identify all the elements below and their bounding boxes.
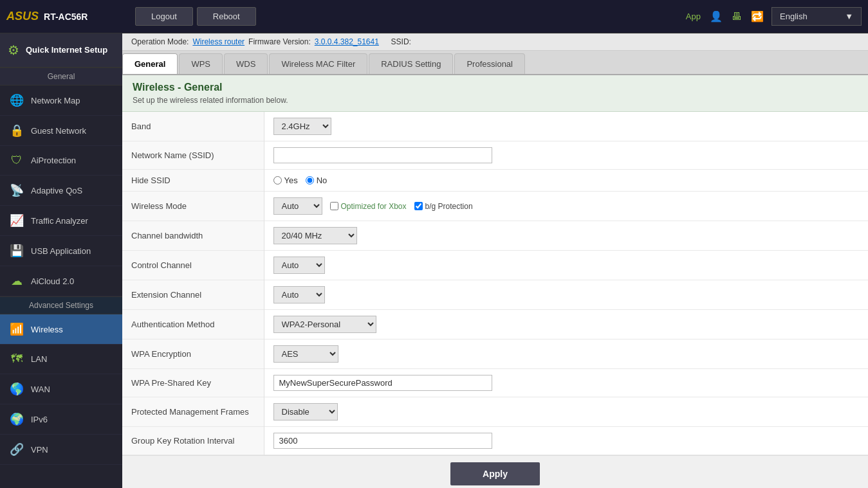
hide-ssid-no-label[interactable]: No: [306, 176, 328, 185]
ssid-label: SSID:: [391, 37, 411, 46]
table-row-control-channel: Control Channel Auto 1234 5678 91011: [122, 251, 868, 280]
ipv6-icon: 🌍: [9, 412, 24, 426]
app-label: App: [686, 12, 701, 21]
tab-professional[interactable]: Professional: [454, 53, 525, 74]
form-title: Wireless - General: [133, 82, 858, 93]
model-label: RT-AC56R: [44, 12, 88, 22]
settings-table: Band 2.4GHz 5GHz Network Name (SSID): [122, 112, 868, 455]
pmf-label: Protected Management Frames: [122, 397, 264, 427]
adaptive-qos-icon: 📡: [9, 183, 24, 197]
ai-protection-icon: 🛡: [9, 154, 24, 167]
extension-channel-select[interactable]: Auto Above Below: [273, 286, 325, 303]
tabs-bar: General WPS WDS Wireless MAC Filter RADI…: [122, 51, 868, 75]
sidebar-item-lan[interactable]: 🗺 LAN: [0, 345, 122, 374]
apply-bar: Apply: [122, 455, 868, 488]
aicloud-icon: ☁: [9, 274, 24, 288]
guest-network-icon: 🔒: [9, 123, 24, 138]
sidebar-item-aicloud[interactable]: ☁ AiCloud 2.0: [0, 266, 122, 296]
quick-internet-setup-item[interactable]: ⚙ Quick Internet Setup: [0, 33, 122, 68]
sidebar-item-usb-application-label: USB Application: [31, 246, 91, 256]
sidebar-item-aicloud-label: AiCloud 2.0: [31, 276, 74, 286]
control-channel-label: Control Channel: [122, 251, 264, 280]
network-map-icon: 🌐: [9, 93, 24, 107]
sidebar-item-wan[interactable]: 🌎 WAN: [0, 374, 122, 404]
lan-icon: 🗺: [9, 352, 24, 366]
language-selector[interactable]: English ▼: [771, 7, 862, 26]
sidebar-item-wan-label: WAN: [31, 384, 50, 394]
table-row-hide-ssid: Hide SSID Yes No: [122, 170, 868, 192]
sidebar-item-guest-network[interactable]: 🔒 Guest Network: [0, 116, 122, 146]
table-row-wireless-mode: Wireless Mode Auto N only B/G/N B only G…: [122, 192, 868, 221]
firmware-value[interactable]: 3.0.0.4.382_51641: [315, 37, 379, 46]
hide-ssid-yes-label[interactable]: Yes: [273, 176, 298, 185]
wireless-mode-select[interactable]: Auto N only B/G/N B only G only: [273, 197, 322, 215]
general-section-header: General: [0, 68, 122, 86]
wan-icon: 🌎: [9, 382, 24, 396]
operation-mode-label: Operation Mode:: [131, 37, 189, 46]
sidebar-item-traffic-analyzer-label: Traffic Analyzer: [31, 216, 88, 226]
tab-wps[interactable]: WPS: [179, 53, 223, 74]
ssid-field-label: Network Name (SSID): [122, 141, 264, 170]
table-row-channel-bw: Channel bandwidth 20 MHz 20/40 MHz 40 MH…: [122, 221, 868, 251]
form-content: Wireless - General Set up the wireless r…: [122, 75, 868, 488]
sidebar-item-wireless[interactable]: 📶 Wireless: [0, 314, 122, 345]
table-row-wpa-key: WPA Pre-Shared Key: [122, 369, 868, 397]
wireless-icon: 📶: [9, 322, 24, 336]
tab-general[interactable]: General: [122, 53, 178, 74]
sidebar-item-ai-protection[interactable]: 🛡 AiProtection: [0, 146, 122, 176]
firmware-label: Firmware Version:: [248, 37, 311, 46]
optimized-xbox-checkbox[interactable]: [330, 202, 338, 210]
sidebar-item-vpn[interactable]: 🔗 VPN: [0, 435, 122, 465]
user-icon[interactable]: 👤: [710, 10, 723, 23]
sidebar-item-adaptive-qos[interactable]: 📡 Adaptive QoS: [0, 176, 122, 206]
hide-ssid-label: Hide SSID: [122, 170, 264, 192]
sidebar-item-traffic-analyzer[interactable]: 📈 Traffic Analyzer: [0, 206, 122, 236]
band-select[interactable]: 2.4GHz 5GHz: [273, 118, 331, 135]
auth-method-label: Authentication Method: [122, 310, 264, 339]
sidebar-item-ipv6[interactable]: 🌍 IPv6: [0, 404, 122, 435]
sidebar-item-ai-protection-label: AiProtection: [31, 156, 76, 165]
bg-protection-text: b/g Protection: [425, 202, 473, 211]
table-row-pmf: Protected Management Frames Disable Capa…: [122, 397, 868, 427]
hide-ssid-radio-group: Yes No: [273, 176, 860, 185]
optimized-xbox-text: Optimized for Xbox: [341, 202, 407, 211]
bg-protection-checkbox[interactable]: [414, 202, 423, 210]
wireless-mode-options: Optimized for Xbox b/g Protection: [330, 202, 473, 211]
channel-bw-select[interactable]: 20 MHz 20/40 MHz 40 MHz: [273, 227, 357, 244]
tab-radius-setting[interactable]: RADIUS Setting: [369, 53, 453, 74]
operation-mode-value[interactable]: Wireless router: [192, 37, 245, 46]
group-key-input[interactable]: [273, 433, 492, 449]
form-subtitle: Set up the wireless related information …: [133, 96, 858, 105]
auth-method-select[interactable]: Open System Shared Key WPA-Personal WPA2…: [273, 316, 376, 333]
sidebar-item-vpn-label: VPN: [31, 445, 48, 455]
ssid-input[interactable]: [273, 147, 492, 163]
channel-bw-label: Channel bandwidth: [122, 221, 264, 251]
pmf-select[interactable]: Disable Capable Required: [273, 403, 338, 420]
form-title-bar: Wireless - General Set up the wireless r…: [122, 75, 868, 112]
hide-ssid-yes-radio[interactable]: [273, 176, 282, 185]
sidebar-item-network-map[interactable]: 🌐 Network Map: [0, 86, 122, 116]
share-icon[interactable]: 🔁: [751, 10, 764, 23]
wpa-enc-select[interactable]: AES TKIP TKIP+AES: [273, 345, 338, 363]
tab-wireless-mac-filter[interactable]: Wireless MAC Filter: [269, 53, 367, 74]
sidebar: ⚙ Quick Internet Setup General 🌐 Network…: [0, 33, 122, 488]
monitor-icon[interactable]: 🖶: [732, 11, 742, 23]
apply-button[interactable]: Apply: [450, 462, 540, 485]
hide-ssid-no-radio[interactable]: [306, 176, 314, 185]
wpa-key-label: WPA Pre-Shared Key: [122, 369, 264, 397]
asus-logo: ASUS: [6, 10, 39, 23]
reboot-button[interactable]: Reboot: [197, 7, 256, 26]
traffic-analyzer-icon: 📈: [9, 213, 24, 228]
vpn-icon: 🔗: [9, 442, 24, 456]
wpa-key-input[interactable]: [273, 375, 492, 391]
table-row-ssid: Network Name (SSID): [122, 141, 868, 170]
sidebar-item-usb-application[interactable]: 💾 USB Application: [0, 236, 122, 266]
logout-button[interactable]: Logout: [135, 7, 193, 26]
status-bar: Operation Mode: Wireless router Firmware…: [122, 33, 868, 51]
bg-protection-label[interactable]: b/g Protection: [414, 202, 473, 211]
table-row-wpa-enc: WPA Encryption AES TKIP TKIP+AES: [122, 339, 868, 369]
control-channel-select[interactable]: Auto 1234 5678 91011: [273, 257, 325, 274]
optimized-xbox-label[interactable]: Optimized for Xbox: [330, 202, 407, 211]
tab-wds[interactable]: WDS: [224, 53, 268, 74]
sidebar-item-network-map-label: Network Map: [31, 96, 80, 105]
